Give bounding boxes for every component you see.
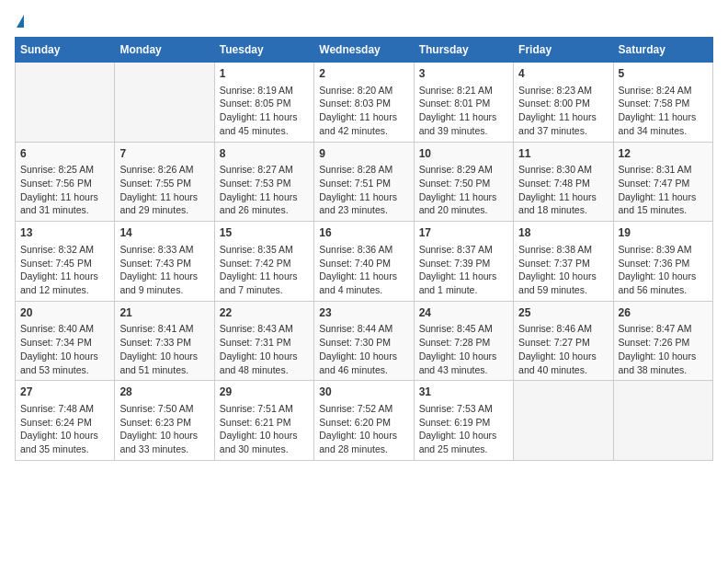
day-info: Sunrise: 7:50 AM Sunset: 6:23 PM Dayligh… <box>119 402 209 456</box>
day-number: 20 <box>20 305 109 321</box>
day-number: 17 <box>419 225 508 241</box>
day-info: Sunrise: 8:30 AM Sunset: 7:48 PM Dayligh… <box>518 163 608 217</box>
day-number: 30 <box>319 385 408 400</box>
calendar-cell: 22Sunrise: 8:43 AM Sunset: 7:31 PM Dayli… <box>214 301 313 381</box>
calendar-cell: 2Sunrise: 8:20 AM Sunset: 8:03 PM Daylig… <box>314 63 414 143</box>
calendar-cell: 20Sunrise: 8:40 AM Sunset: 7:34 PM Dayli… <box>16 301 115 381</box>
calendar-cell: 23Sunrise: 8:44 AM Sunset: 7:30 PM Dayli… <box>314 301 414 381</box>
day-number: 4 <box>518 66 608 82</box>
calendar-cell: 6Sunrise: 8:25 AM Sunset: 7:56 PM Daylig… <box>16 142 115 222</box>
calendar-cell: 26Sunrise: 8:47 AM Sunset: 7:26 PM Dayli… <box>613 301 712 381</box>
day-number: 7 <box>119 146 209 162</box>
day-number: 16 <box>319 225 408 241</box>
header <box>15 15 713 28</box>
day-number: 26 <box>619 305 708 321</box>
day-number: 23 <box>319 305 408 321</box>
day-number: 15 <box>220 225 309 241</box>
calendar-cell: 31Sunrise: 7:53 AM Sunset: 6:19 PM Dayli… <box>414 381 513 461</box>
calendar-cell: 17Sunrise: 8:37 AM Sunset: 7:39 PM Dayli… <box>414 222 513 302</box>
day-info: Sunrise: 7:53 AM Sunset: 6:19 PM Dayligh… <box>419 402 508 456</box>
column-header-sunday: Sunday <box>16 38 115 63</box>
day-number: 6 <box>20 146 109 162</box>
day-number: 19 <box>619 225 708 241</box>
calendar-cell: 30Sunrise: 7:52 AM Sunset: 6:20 PM Dayli… <box>314 381 414 461</box>
day-info: Sunrise: 8:28 AM Sunset: 7:51 PM Dayligh… <box>319 163 408 217</box>
day-number: 25 <box>518 305 608 321</box>
calendar-cell <box>613 381 712 461</box>
column-header-thursday: Thursday <box>414 38 513 63</box>
column-header-saturday: Saturday <box>613 38 712 63</box>
day-info: Sunrise: 8:44 AM Sunset: 7:30 PM Dayligh… <box>319 322 408 376</box>
column-header-tuesday: Tuesday <box>214 38 313 63</box>
day-number: 11 <box>518 146 608 162</box>
day-info: Sunrise: 8:24 AM Sunset: 7:58 PM Dayligh… <box>619 84 708 138</box>
day-number: 21 <box>119 305 209 321</box>
calendar-cell: 12Sunrise: 8:31 AM Sunset: 7:47 PM Dayli… <box>613 142 712 222</box>
calendar-table: SundayMondayTuesdayWednesdayThursdayFrid… <box>15 37 713 461</box>
column-header-wednesday: Wednesday <box>314 38 414 63</box>
day-info: Sunrise: 8:20 AM Sunset: 8:03 PM Dayligh… <box>319 84 408 138</box>
day-info: Sunrise: 7:48 AM Sunset: 6:24 PM Dayligh… <box>20 402 109 456</box>
day-info: Sunrise: 8:23 AM Sunset: 8:00 PM Dayligh… <box>518 84 608 138</box>
calendar-cell: 9Sunrise: 8:28 AM Sunset: 7:51 PM Daylig… <box>314 142 414 222</box>
calendar-cell: 14Sunrise: 8:33 AM Sunset: 7:43 PM Dayli… <box>115 222 214 302</box>
calendar-cell: 15Sunrise: 8:35 AM Sunset: 7:42 PM Dayli… <box>214 222 313 302</box>
calendar-cell: 29Sunrise: 7:51 AM Sunset: 6:21 PM Dayli… <box>214 381 313 461</box>
calendar-cell: 3Sunrise: 8:21 AM Sunset: 8:01 PM Daylig… <box>414 63 513 143</box>
day-number: 28 <box>119 385 209 400</box>
day-number: 22 <box>220 305 309 321</box>
day-number: 8 <box>220 146 309 162</box>
day-info: Sunrise: 8:40 AM Sunset: 7:34 PM Dayligh… <box>20 322 109 376</box>
calendar-cell: 10Sunrise: 8:29 AM Sunset: 7:50 PM Dayli… <box>414 142 513 222</box>
logo-triangle-icon <box>17 15 24 28</box>
calendar-cell: 8Sunrise: 8:27 AM Sunset: 7:53 PM Daylig… <box>214 142 313 222</box>
day-number: 18 <box>518 225 608 241</box>
day-info: Sunrise: 8:21 AM Sunset: 8:01 PM Dayligh… <box>419 84 508 138</box>
day-info: Sunrise: 8:35 AM Sunset: 7:42 PM Dayligh… <box>220 243 309 297</box>
day-info: Sunrise: 8:27 AM Sunset: 7:53 PM Dayligh… <box>220 163 309 217</box>
day-info: Sunrise: 7:52 AM Sunset: 6:20 PM Dayligh… <box>319 402 408 456</box>
calendar-cell: 4Sunrise: 8:23 AM Sunset: 8:00 PM Daylig… <box>514 63 613 143</box>
day-number: 2 <box>319 66 408 82</box>
calendar-cell: 16Sunrise: 8:36 AM Sunset: 7:40 PM Dayli… <box>314 222 414 302</box>
day-info: Sunrise: 8:41 AM Sunset: 7:33 PM Dayligh… <box>119 322 209 376</box>
day-number: 3 <box>419 66 508 82</box>
day-info: Sunrise: 8:25 AM Sunset: 7:56 PM Dayligh… <box>20 163 109 217</box>
calendar-cell: 11Sunrise: 8:30 AM Sunset: 7:48 PM Dayli… <box>514 142 613 222</box>
calendar-cell: 21Sunrise: 8:41 AM Sunset: 7:33 PM Dayli… <box>115 301 214 381</box>
day-info: Sunrise: 8:29 AM Sunset: 7:50 PM Dayligh… <box>419 163 508 217</box>
day-number: 13 <box>20 225 109 241</box>
day-number: 24 <box>419 305 508 321</box>
day-number: 9 <box>319 146 408 162</box>
calendar-cell: 28Sunrise: 7:50 AM Sunset: 6:23 PM Dayli… <box>115 381 214 461</box>
calendar-cell: 1Sunrise: 8:19 AM Sunset: 8:05 PM Daylig… <box>214 63 313 143</box>
day-number: 14 <box>119 225 209 241</box>
day-info: Sunrise: 8:33 AM Sunset: 7:43 PM Dayligh… <box>119 243 209 297</box>
calendar-cell: 19Sunrise: 8:39 AM Sunset: 7:36 PM Dayli… <box>613 222 712 302</box>
calendar-cell: 27Sunrise: 7:48 AM Sunset: 6:24 PM Dayli… <box>16 381 115 461</box>
day-info: Sunrise: 8:39 AM Sunset: 7:36 PM Dayligh… <box>619 243 708 297</box>
day-info: Sunrise: 7:51 AM Sunset: 6:21 PM Dayligh… <box>220 402 309 456</box>
day-number: 10 <box>419 146 508 162</box>
calendar-cell <box>514 381 613 461</box>
day-number: 5 <box>619 66 708 82</box>
calendar-cell: 18Sunrise: 8:38 AM Sunset: 7:37 PM Dayli… <box>514 222 613 302</box>
day-number: 1 <box>220 66 309 82</box>
day-number: 29 <box>220 385 309 400</box>
day-info: Sunrise: 8:47 AM Sunset: 7:26 PM Dayligh… <box>619 322 708 376</box>
calendar-cell: 7Sunrise: 8:26 AM Sunset: 7:55 PM Daylig… <box>115 142 214 222</box>
day-number: 12 <box>619 146 708 162</box>
calendar-cell <box>115 63 214 143</box>
day-info: Sunrise: 8:37 AM Sunset: 7:39 PM Dayligh… <box>419 243 508 297</box>
calendar-cell: 25Sunrise: 8:46 AM Sunset: 7:27 PM Dayli… <box>514 301 613 381</box>
calendar-cell <box>16 63 115 143</box>
day-info: Sunrise: 8:32 AM Sunset: 7:45 PM Dayligh… <box>20 243 109 297</box>
day-info: Sunrise: 8:31 AM Sunset: 7:47 PM Dayligh… <box>619 163 708 217</box>
day-info: Sunrise: 8:38 AM Sunset: 7:37 PM Dayligh… <box>518 243 608 297</box>
calendar-cell: 24Sunrise: 8:45 AM Sunset: 7:28 PM Dayli… <box>414 301 513 381</box>
logo <box>15 15 24 28</box>
calendar-cell: 5Sunrise: 8:24 AM Sunset: 7:58 PM Daylig… <box>613 63 712 143</box>
day-info: Sunrise: 8:19 AM Sunset: 8:05 PM Dayligh… <box>220 84 309 138</box>
calendar-cell: 13Sunrise: 8:32 AM Sunset: 7:45 PM Dayli… <box>16 222 115 302</box>
day-number: 27 <box>20 385 109 400</box>
